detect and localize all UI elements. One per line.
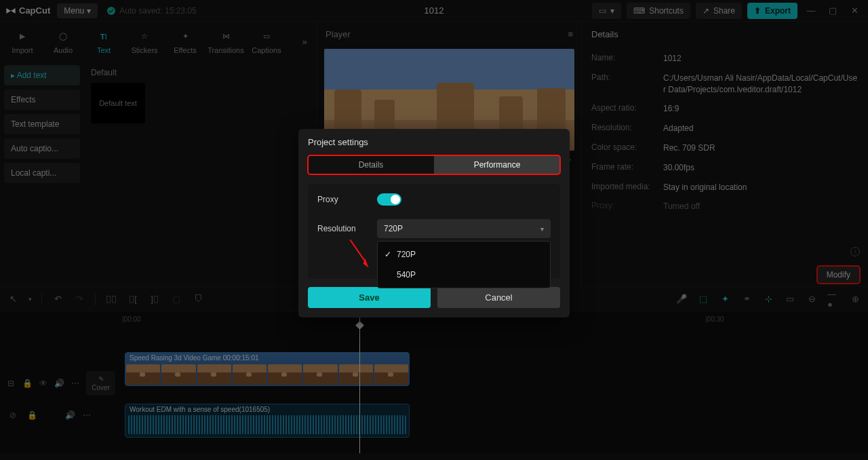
mic-icon[interactable]: 🎤 — [675, 294, 688, 304]
player-label: Player — [326, 29, 351, 39]
sidebar-add-text[interactable]: Add text — [4, 65, 80, 85]
proxy-toggle[interactable] — [377, 193, 401, 206]
tab-captions[interactable]: ▭Captions — [247, 29, 286, 54]
window-minimize[interactable]: — — [803, 3, 819, 19]
share-button[interactable]: ↗Share — [696, 3, 742, 19]
sidebar-effects[interactable]: Effects — [4, 90, 80, 110]
edit-icon: ✎ — [98, 375, 104, 383]
tab-text[interactable]: TIText — [84, 29, 123, 54]
svg-line-0 — [344, 239, 371, 262]
sidebar-local-captions[interactable]: Local capti... — [4, 163, 80, 183]
detail-val-imported: Stay in original location — [663, 182, 859, 193]
resolution-select[interactable]: 720P▾ 720P 540P — [377, 219, 551, 238]
aspect-icon: ▭ — [599, 6, 606, 16]
audio-track-mute-icon[interactable]: 🔊 — [64, 410, 76, 420]
magnet-icon[interactable]: ✦ — [719, 294, 731, 304]
details-heading: Details — [582, 22, 868, 46]
audio-track-lock-icon[interactable]: 🔒 — [26, 410, 38, 420]
zoom-slider[interactable]: —● — [827, 289, 840, 309]
tab-audio[interactable]: ◯Audio — [43, 29, 83, 54]
info-icon[interactable]: i — [850, 247, 860, 256]
cover-button[interactable]: ✎ Cover — [86, 371, 115, 396]
snap-icon[interactable]: ⬚ — [697, 294, 709, 304]
detail-val-framerate: 30.00fps — [663, 162, 859, 174]
detail-val-aspect: 16:9 — [663, 103, 859, 115]
transitions-icon: ⋈ — [218, 29, 233, 44]
detail-val-proxy: Turned off — [663, 201, 859, 212]
track-options-icon[interactable]: ▭ — [784, 294, 796, 304]
detail-key-imported: Imported media: — [591, 182, 663, 193]
export-button[interactable]: ⬆Export — [747, 3, 797, 19]
video-clip-label: Speed Rasing 3d Video Game 00:00:15:01 — [130, 354, 259, 362]
playhead[interactable] — [359, 311, 360, 453]
split-icon[interactable]: ⌷⌷ — [105, 294, 117, 304]
cancel-button[interactable]: Cancel — [437, 287, 560, 308]
keyboard-icon: ⌨ — [633, 6, 645, 16]
check-icon — [107, 7, 115, 15]
video-clip[interactable]: Speed Rasing 3d Video Game 00:00:15:01 — [125, 352, 410, 386]
default-text-asset[interactable]: Default text — [91, 83, 145, 123]
resolution-label: Resolution — [317, 224, 377, 233]
captions-icon: ▭ — [259, 29, 274, 44]
selection-tool-icon[interactable]: ↖ — [7, 294, 19, 304]
proxy-label: Proxy — [317, 195, 377, 204]
sidebar-auto-captions[interactable]: Auto captio... — [4, 138, 80, 159]
menu-button[interactable]: Menu▾ — [57, 3, 98, 18]
tab-transitions[interactable]: ⋈Transitions — [206, 29, 245, 54]
delete-icon[interactable]: ▢ — [170, 294, 182, 304]
audio-icon: ◯ — [56, 29, 71, 44]
modal-title: Project settings — [308, 137, 560, 147]
modify-button[interactable]: Modify — [817, 266, 860, 284]
ruler-tick-1: |00:30 — [705, 315, 724, 323]
split-right-icon[interactable]: ]⌷ — [149, 294, 161, 304]
shortcuts-button[interactable]: ⌨Shortcuts — [627, 3, 690, 19]
undo-icon[interactable]: ↶ — [52, 294, 64, 304]
track-lock-icon[interactable]: 🔒 — [22, 379, 33, 388]
audio-clip-label: Workout EDM with a sense of speed(101650… — [130, 406, 270, 413]
annotation-arrow — [338, 236, 378, 273]
tab-stickers[interactable]: ☆Stickers — [125, 29, 164, 54]
detail-key-proxy: Proxy: — [591, 201, 663, 212]
preview-axis-icon[interactable]: ⊹ — [762, 294, 774, 304]
link-icon[interactable]: ⚭ — [741, 294, 753, 304]
project-title: 1012 — [425, 5, 444, 16]
redo-icon[interactable]: ↷ — [73, 294, 85, 304]
zoom-out-icon[interactable]: ⊖ — [806, 294, 818, 304]
audio-track-collapse-icon[interactable]: ⊘ — [7, 410, 19, 420]
share-icon: ↗ — [703, 6, 709, 16]
detail-val-colorspace: Rec. 709 SDR — [663, 142, 859, 154]
resolution-dropdown: 720P 540P — [377, 241, 551, 288]
tab-import[interactable]: ▶Import — [3, 29, 42, 54]
export-icon: ⬆ — [754, 6, 761, 16]
media-tabs: ▶Import ◯Audio TIText ☆Stickers ✦Effects… — [0, 22, 317, 61]
import-icon: ▶ — [15, 29, 30, 44]
aspect-ratio-button[interactable]: ▭▾ — [592, 3, 621, 19]
stickers-icon: ☆ — [137, 29, 152, 44]
tab-effects[interactable]: ✦Effects — [165, 29, 205, 54]
track-visibility-icon[interactable]: 👁 — [39, 379, 48, 388]
audio-clip[interactable]: Workout EDM with a sense of speed(101650… — [125, 404, 410, 438]
save-button[interactable]: Save — [308, 287, 431, 308]
window-maximize[interactable]: ▢ — [825, 3, 841, 19]
detail-val-path: C:/Users/Usman Ali Nasir/AppData/Local/C… — [663, 73, 859, 96]
track-mute-icon[interactable]: 🔊 — [54, 379, 64, 388]
chevron-down-icon: ▾ — [540, 225, 544, 233]
sidebar-text-template[interactable]: Text template — [4, 114, 80, 134]
resolution-option-540p[interactable]: 540P — [378, 265, 550, 285]
zoom-in-icon[interactable]: ⊕ — [849, 294, 861, 304]
resolution-option-720p[interactable]: 720P — [378, 244, 550, 265]
split-left-icon[interactable]: ⌷[ — [127, 294, 139, 304]
modal-tab-performance[interactable]: Performance — [434, 155, 560, 174]
modal-tab-details[interactable]: Details — [308, 155, 434, 174]
tabs-more[interactable]: » — [302, 37, 314, 47]
detail-val-resolution: Adapted — [663, 123, 859, 134]
detail-key-aspect: Aspect ratio: — [591, 103, 663, 115]
window-close[interactable]: ✕ — [846, 3, 863, 19]
shield-icon[interactable]: ⛉ — [192, 294, 204, 304]
detail-val-name: 1012 — [663, 53, 859, 64]
app-logo: CapCut — [5, 5, 50, 16]
track-collapse-icon[interactable]: ⊟ — [7, 379, 16, 388]
asset-heading: Default — [91, 68, 310, 77]
player-menu-icon[interactable]: ≡ — [568, 29, 573, 39]
capcut-icon — [5, 5, 16, 16]
